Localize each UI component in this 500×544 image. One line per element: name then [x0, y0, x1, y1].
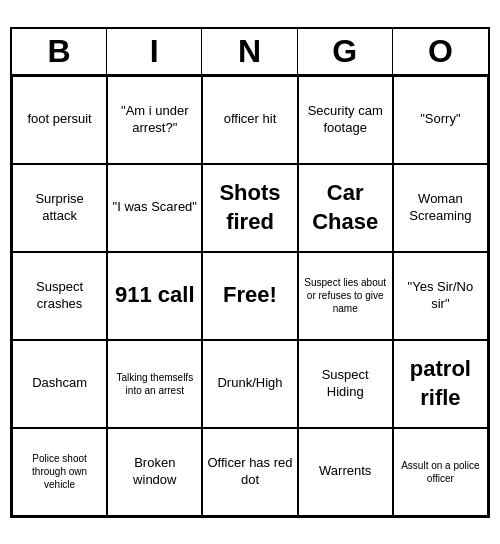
- cell-text-21: Broken window: [112, 455, 197, 489]
- bingo-cell-23: Warrents: [298, 428, 393, 516]
- bingo-cell-12: Free!: [202, 252, 297, 340]
- bingo-cell-10: Suspect crashes: [12, 252, 107, 340]
- cell-text-6: "I was Scared": [113, 199, 197, 216]
- cell-text-12: Free!: [223, 281, 277, 310]
- bingo-cell-4: "Sorry": [393, 76, 488, 164]
- cell-text-0: foot persuit: [27, 111, 91, 128]
- cell-text-13: Suspect lies about or refuses to give na…: [303, 276, 388, 315]
- cell-text-14: "Yes Sir/No sir": [398, 279, 483, 313]
- bingo-cell-21: Broken window: [107, 428, 202, 516]
- cell-text-15: Dashcam: [32, 375, 87, 392]
- cell-text-8: Car Chase: [303, 179, 388, 236]
- header-letter-b: B: [12, 29, 107, 74]
- header-letter-g: G: [298, 29, 393, 74]
- bingo-cell-22: Officer has red dot: [202, 428, 297, 516]
- bingo-cell-3: Security cam footage: [298, 76, 393, 164]
- cell-text-10: Suspect crashes: [17, 279, 102, 313]
- bingo-cell-24: Assult on a police officer: [393, 428, 488, 516]
- bingo-cell-2: officer hit: [202, 76, 297, 164]
- cell-text-17: Drunk/High: [217, 375, 282, 392]
- cell-text-2: officer hit: [224, 111, 277, 128]
- cell-text-19: patrol rifle: [398, 355, 483, 412]
- cell-text-1: "Am i under arrest?": [112, 103, 197, 137]
- bingo-cell-16: Talking themselfs into an arrest: [107, 340, 202, 428]
- bingo-grid: foot persuit"Am i under arrest?"officer …: [12, 76, 488, 516]
- bingo-cell-18: Suspect Hiding: [298, 340, 393, 428]
- bingo-cell-9: Woman Screaming: [393, 164, 488, 252]
- bingo-cell-20: Police shoot through own vehicle: [12, 428, 107, 516]
- header-letter-n: N: [202, 29, 297, 74]
- cell-text-23: Warrents: [319, 463, 371, 480]
- cell-text-4: "Sorry": [420, 111, 460, 128]
- bingo-cell-5: Surprise attack: [12, 164, 107, 252]
- cell-text-5: Surprise attack: [17, 191, 102, 225]
- cell-text-24: Assult on a police officer: [398, 459, 483, 485]
- bingo-cell-15: Dashcam: [12, 340, 107, 428]
- bingo-cell-8: Car Chase: [298, 164, 393, 252]
- cell-text-7: Shots fired: [207, 179, 292, 236]
- cell-text-11: 911 call: [115, 281, 195, 310]
- bingo-cell-17: Drunk/High: [202, 340, 297, 428]
- bingo-card: BINGO foot persuit"Am i under arrest?"of…: [10, 27, 490, 518]
- cell-text-22: Officer has red dot: [207, 455, 292, 489]
- bingo-cell-11: 911 call: [107, 252, 202, 340]
- bingo-cell-14: "Yes Sir/No sir": [393, 252, 488, 340]
- header-letter-i: I: [107, 29, 202, 74]
- bingo-cell-6: "I was Scared": [107, 164, 202, 252]
- bingo-cell-1: "Am i under arrest?": [107, 76, 202, 164]
- bingo-cell-7: Shots fired: [202, 164, 297, 252]
- header-letter-o: O: [393, 29, 488, 74]
- bingo-header: BINGO: [12, 29, 488, 76]
- cell-text-18: Suspect Hiding: [303, 367, 388, 401]
- cell-text-3: Security cam footage: [303, 103, 388, 137]
- cell-text-16: Talking themselfs into an arrest: [112, 371, 197, 397]
- bingo-cell-19: patrol rifle: [393, 340, 488, 428]
- cell-text-9: Woman Screaming: [398, 191, 483, 225]
- bingo-cell-0: foot persuit: [12, 76, 107, 164]
- bingo-cell-13: Suspect lies about or refuses to give na…: [298, 252, 393, 340]
- cell-text-20: Police shoot through own vehicle: [17, 452, 102, 491]
